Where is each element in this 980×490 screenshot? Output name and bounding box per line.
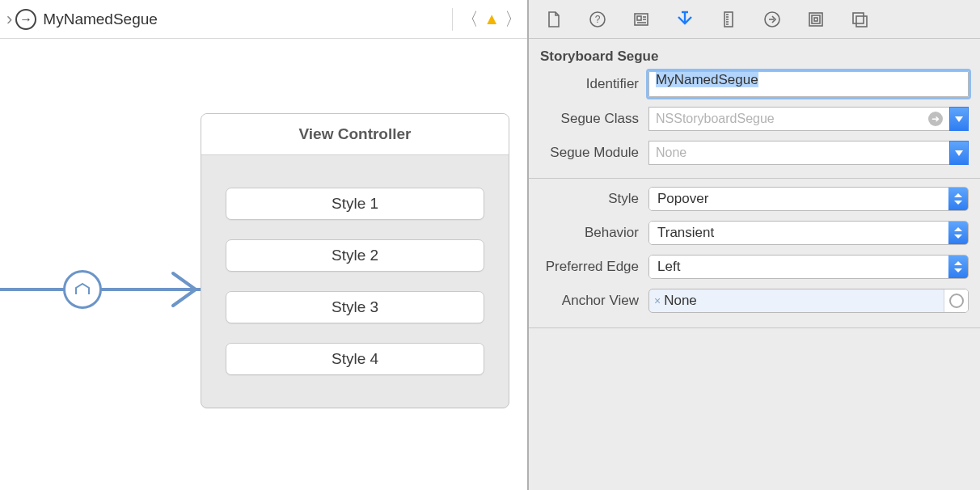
svg-marker-27: [954, 261, 962, 265]
storyboard-canvas[interactable]: View Controller Style 1 Style 2 Style 3 …: [0, 39, 527, 490]
view-controller-title: View Controller: [201, 114, 509, 155]
segue-module-label: Segue Module: [537, 145, 648, 161]
nav-forward-icon[interactable]: 〉: [505, 7, 522, 32]
quick-help-tab-icon[interactable]: ?: [587, 9, 608, 30]
svg-rect-19: [853, 13, 864, 23]
identifier-label: Identifier: [537, 76, 648, 92]
behavior-popup[interactable]: Transient: [648, 221, 969, 245]
inspector-tabs: ?: [529, 0, 980, 39]
segue-module-combobox[interactable]: None: [648, 141, 969, 165]
dropdown-button-icon[interactable]: [949, 107, 969, 131]
svg-marker-24: [954, 201, 962, 205]
nav-group: 〈 ▲ 〉: [449, 7, 522, 32]
inspector-panel: ? Storyboard Segue Ident: [528, 0, 980, 490]
anchor-view-label: Anchor View: [537, 293, 648, 309]
svg-text:?: ?: [595, 14, 601, 25]
segue-source-dot[interactable]: [63, 270, 102, 309]
jump-bar-crumb[interactable]: MyNamedSegue: [43, 11, 158, 28]
goto-class-icon[interactable]: ➜: [928, 112, 943, 126]
svg-rect-3: [637, 16, 641, 20]
issues-warning-icon[interactable]: ▲: [484, 10, 500, 28]
inspector-empty-area: [529, 328, 980, 490]
segue-arrow-head-icon: [168, 270, 201, 309]
dropdown-button-icon[interactable]: [949, 141, 969, 165]
stepper-arrows-icon[interactable]: [948, 256, 968, 278]
stepper-arrows-icon[interactable]: [948, 222, 968, 244]
identity-inspector-tab-icon[interactable]: [631, 9, 652, 30]
style-button-4[interactable]: Style 4: [226, 343, 484, 375]
svg-marker-26: [954, 234, 962, 239]
clear-token-icon[interactable]: ×: [654, 294, 661, 307]
jump-bar-separator-icon: ›: [3, 11, 15, 28]
svg-marker-22: [955, 150, 963, 156]
svg-rect-18: [814, 18, 817, 21]
connections-inspector-tab-icon[interactable]: [762, 9, 783, 30]
size-inspector-tab-icon[interactable]: [718, 9, 739, 30]
inspector-section-heading: Storyboard Segue: [529, 39, 980, 71]
svg-marker-25: [954, 227, 962, 231]
anchor-view-field[interactable]: × None: [648, 289, 969, 313]
identifier-field[interactable]: MyNamedSegue: [648, 71, 969, 97]
bindings-inspector-tab-icon[interactable]: [805, 9, 826, 30]
jump-bar: › → MyNamedSegue 〈 ▲ 〉: [0, 0, 527, 39]
segue-class-combobox[interactable]: NSStoryboardSegue➜: [648, 107, 969, 131]
style-button-1[interactable]: Style 1: [226, 188, 484, 220]
segue-crumb-icon: →: [15, 9, 36, 30]
svg-marker-23: [954, 193, 962, 197]
file-inspector-tab-icon[interactable]: [543, 9, 564, 30]
style-button-2[interactable]: Style 2: [226, 239, 484, 272]
svg-marker-21: [955, 116, 963, 122]
behavior-label: Behavior: [537, 225, 648, 241]
style-label: Style: [537, 191, 648, 207]
preferred-edge-label: Preferred Edge: [537, 259, 648, 275]
storyboard-canvas-column: › → MyNamedSegue 〈 ▲ 〉 View Controller: [0, 0, 528, 490]
style-button-3[interactable]: Style 3: [226, 291, 484, 323]
style-popup[interactable]: Popover: [648, 187, 969, 211]
attributes-inspector-tab-icon[interactable]: [674, 9, 695, 30]
view-controller-scene[interactable]: View Controller Style 1 Style 2 Style 3 …: [201, 113, 509, 408]
effects-inspector-tab-icon[interactable]: [849, 9, 870, 30]
view-controller-body: Style 1 Style 2 Style 3 Style 4: [201, 155, 509, 408]
svg-rect-20: [856, 16, 867, 27]
preferred-edge-popup[interactable]: Left: [648, 255, 969, 279]
svg-rect-17: [812, 15, 820, 23]
nav-back-icon[interactable]: 〈: [461, 7, 479, 32]
stepper-arrows-icon[interactable]: [948, 188, 968, 210]
svg-marker-28: [954, 268, 962, 272]
connection-well-icon[interactable]: [944, 289, 968, 312]
segue-class-label: Segue Class: [537, 111, 648, 127]
